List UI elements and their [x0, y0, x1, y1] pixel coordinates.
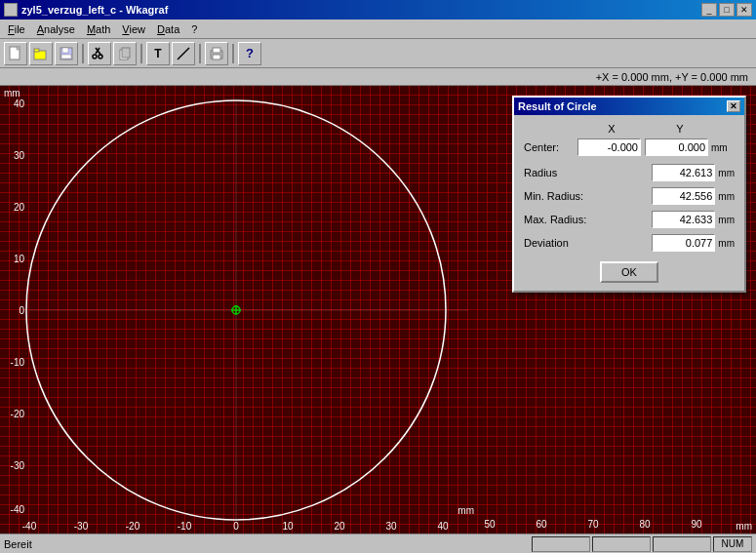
min-radius-label: Min. Radius: — [524, 190, 593, 202]
svg-text:40: 40 — [14, 99, 25, 109]
graph-svg: 40 30 20 10 0 -10 -20 -30 -40 -40 -30 -2… — [0, 86, 478, 533]
menu-analyse[interactable]: Analyse — [31, 21, 81, 37]
svg-point-10 — [99, 55, 102, 59]
dialog-col-headers: X Y — [524, 123, 735, 135]
help-button[interactable]: ? — [238, 42, 261, 65]
deviation-label: Deviation — [524, 237, 593, 249]
maximize-button[interactable]: □ — [719, 3, 735, 17]
app-icon — [4, 3, 18, 17]
graph-area: mm mm 40 30 20 10 0 -10 -20 -30 -40 — [0, 86, 478, 533]
svg-text:80: 80 — [639, 519, 651, 530]
status-bar: Bereit NUM — [0, 533, 756, 553]
save-button[interactable] — [55, 42, 78, 65]
menu-help[interactable]: ? — [185, 21, 203, 37]
svg-text:30: 30 — [385, 521, 397, 532]
dialog-close-button[interactable]: ✕ — [727, 100, 740, 112]
max-radius-unit: mm — [718, 215, 735, 225]
toolbar-sep-2 — [140, 44, 142, 63]
x-axis-unit: mm — [458, 505, 474, 516]
center-row: Center: mm — [524, 138, 735, 156]
max-radius-input[interactable] — [652, 211, 715, 228]
svg-text:-30: -30 — [74, 521, 89, 532]
menu-data[interactable]: Data — [151, 21, 185, 37]
title-bar-left: zyl5_verzug_left_c - Wkagraf — [4, 3, 168, 17]
ok-button[interactable]: OK — [600, 261, 658, 283]
status-panels: NUM — [532, 536, 752, 552]
toolbar: T ? — [0, 39, 756, 68]
toolbar-sep-4 — [232, 44, 234, 63]
deviation-row: Deviation mm — [524, 234, 735, 252]
svg-rect-6 — [61, 55, 71, 59]
svg-text:-20: -20 — [126, 521, 140, 532]
col-x-header: X — [577, 123, 646, 135]
menu-bar: File Analyse Math View Data ? — [0, 20, 756, 39]
radius-input[interactable] — [652, 164, 715, 181]
svg-point-9 — [93, 55, 97, 59]
deviation-unit: mm — [718, 238, 735, 249]
print-button[interactable] — [205, 42, 228, 65]
new-button[interactable] — [4, 42, 27, 65]
svg-text:60: 60 — [536, 519, 547, 530]
toolbar-sep-3 — [199, 44, 201, 63]
toolbar-sep-1 — [82, 44, 84, 63]
coord-text: +X = 0.000 mm, +Y = 0.000 mm — [596, 71, 748, 83]
right-panel: 50 60 70 80 90 mm Result of Circle ✕ X Y… — [478, 86, 756, 533]
svg-text:10: 10 — [14, 254, 25, 264]
max-radius-label: Max. Radius: — [524, 214, 593, 225]
line-button[interactable] — [172, 42, 195, 65]
y-axis-label: mm — [4, 88, 20, 99]
radius-label: Radius — [524, 167, 593, 178]
svg-text:-10: -10 — [178, 521, 192, 532]
svg-rect-5 — [62, 48, 68, 53]
svg-text:40: 40 — [437, 521, 449, 532]
right-mm-label: mm — [736, 521, 752, 532]
menu-file[interactable]: File — [2, 21, 31, 37]
menu-view[interactable]: View — [116, 21, 151, 37]
dialog-content: X Y Center: mm Radius mm — [514, 115, 744, 291]
svg-text:50: 50 — [484, 519, 496, 530]
status-panel-1 — [532, 536, 590, 552]
min-radius-unit: mm — [718, 191, 735, 202]
center-x-input[interactable] — [577, 138, 641, 156]
svg-rect-3 — [34, 49, 39, 52]
center-y-input[interactable] — [645, 138, 708, 156]
min-radius-input[interactable] — [652, 187, 715, 205]
minimize-button[interactable]: _ — [701, 3, 717, 17]
radius-row: Radius mm — [524, 164, 735, 181]
deviation-input[interactable] — [652, 234, 715, 252]
svg-text:-40: -40 — [11, 504, 25, 515]
status-text: Bereit — [4, 538, 532, 550]
svg-text:10: 10 — [282, 521, 294, 532]
svg-text:70: 70 — [587, 519, 599, 530]
svg-text:30: 30 — [14, 150, 25, 161]
text-button[interactable]: T — [146, 42, 170, 65]
num-indicator: NUM — [713, 536, 752, 552]
svg-rect-16 — [213, 55, 220, 59]
svg-text:20: 20 — [334, 521, 345, 532]
open-button[interactable] — [29, 42, 53, 65]
svg-text:20: 20 — [14, 202, 25, 213]
svg-text:90: 90 — [691, 519, 702, 530]
svg-text:0: 0 — [233, 521, 239, 532]
svg-text:-40: -40 — [22, 521, 37, 532]
right-panel-labels: 50 60 70 80 90 — [478, 514, 756, 533]
coord-bar: +X = 0.000 mm, +Y = 0.000 mm — [0, 68, 756, 86]
close-button[interactable]: ✕ — [736, 3, 752, 17]
dialog-title-bar: Result of Circle ✕ — [514, 98, 744, 115]
svg-rect-15 — [213, 48, 220, 53]
result-circle-dialog: Result of Circle ✕ X Y Center: mm — [512, 96, 746, 293]
svg-text:-30: -30 — [11, 460, 25, 471]
copy-button[interactable] — [113, 42, 137, 65]
svg-rect-12 — [122, 48, 130, 58]
max-radius-row: Max. Radius: mm — [524, 211, 735, 228]
title-bar-buttons[interactable]: _ □ ✕ — [701, 3, 752, 17]
col-y-header: Y — [646, 123, 714, 135]
status-panel-2 — [592, 536, 651, 552]
min-radius-row: Min. Radius: mm — [524, 187, 735, 205]
cut-button[interactable] — [88, 42, 111, 65]
svg-text:0: 0 — [19, 305, 24, 316]
menu-math[interactable]: Math — [81, 21, 116, 37]
svg-line-13 — [178, 48, 189, 59]
center-unit: mm — [711, 142, 728, 153]
dialog-title-text: Result of Circle — [518, 100, 597, 112]
